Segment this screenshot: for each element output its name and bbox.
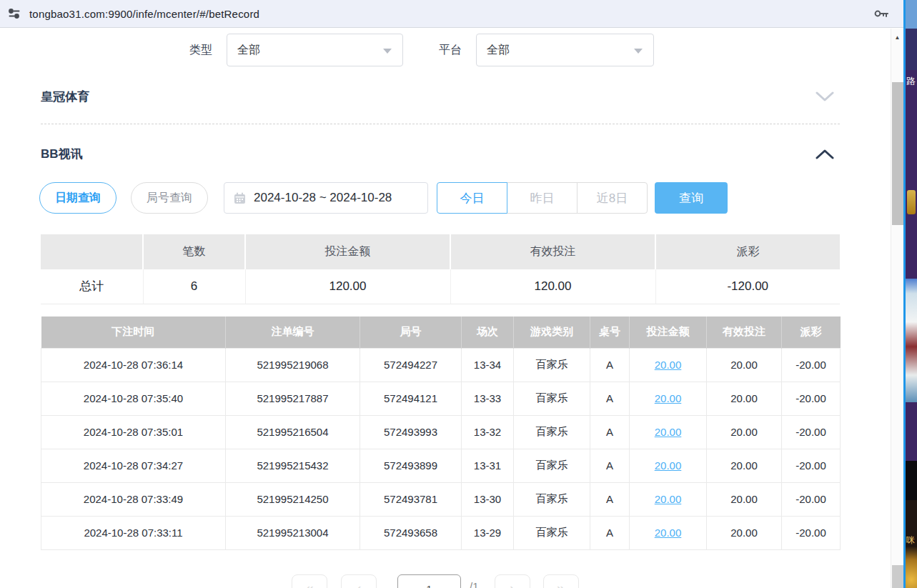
strip-decoration	[906, 547, 917, 588]
strip-image-sliver	[906, 279, 917, 402]
table-cell: -20.00	[782, 516, 841, 549]
summary-table: 笔数 投注金额 有效投注 派彩 总计 6 120.00 120.00 -120.…	[41, 234, 840, 304]
strip-block	[906, 0, 917, 29]
summary-count-value: 6	[143, 269, 245, 304]
summary-header-row: 笔数 投注金额 有效投注 派彩	[41, 234, 840, 269]
table-cell: 20.00	[707, 482, 782, 516]
chevron-down-icon	[383, 49, 392, 54]
date-query-tab[interactable]: 日期查询	[39, 182, 117, 214]
table-cell: 521995216504	[226, 415, 360, 449]
scroll-up-arrow-icon[interactable]: ▲	[891, 34, 903, 41]
chevron-down-icon[interactable]	[816, 91, 834, 102]
table-header-cell: 游戏类别	[514, 317, 590, 348]
summary-bet-amount-value: 120.00	[245, 269, 450, 304]
first-page-button[interactable]: «	[292, 574, 327, 588]
strip-glyph: 路	[906, 75, 916, 88]
last-page-button[interactable]: »	[543, 574, 579, 588]
table-cell: 521995219068	[226, 348, 360, 382]
pagination: « ‹ /1 › »	[292, 574, 579, 588]
table-row: 2024-10-28 07:35:40521995217887572494121…	[41, 382, 841, 415]
page-number-input[interactable]	[397, 574, 461, 588]
table-cell: 13-30	[462, 482, 514, 516]
summary-payout-value: -120.00	[655, 269, 840, 304]
summary-header-count: 笔数	[143, 234, 245, 269]
strip-block	[906, 461, 917, 500]
table-header-cell: 桌号	[590, 317, 630, 348]
bet-amount-cell: 20.00	[630, 482, 707, 516]
table-cell: 572494121	[360, 382, 462, 415]
search-button[interactable]: 查询	[655, 182, 728, 214]
today-button[interactable]: 今日	[437, 182, 507, 214]
table-header-cell: 注单编号	[226, 317, 360, 348]
query-bar: 日期查询 局号查询 2024-10-28 ~ 2024-10-28 今日 昨日 …	[39, 182, 728, 214]
table-cell: -20.00	[782, 348, 841, 382]
table-cell: -20.00	[782, 415, 841, 449]
bet-amount-link[interactable]: 20.00	[655, 527, 682, 539]
platform-select-value: 全部	[487, 43, 510, 58]
table-cell: 百家乐	[514, 415, 590, 449]
password-key-icon[interactable]	[873, 6, 891, 21]
table-cell: A	[590, 516, 630, 549]
table-row: 2024-10-28 07:35:01521995216504572493993…	[41, 415, 841, 449]
bet-amount-cell: 20.00	[630, 382, 707, 415]
table-cell: 13-29	[462, 516, 514, 549]
table-cell: 20.00	[707, 348, 782, 382]
table-cell: 13-33	[462, 382, 514, 415]
table-cell: 百家乐	[514, 449, 590, 482]
chevron-up-icon[interactable]	[816, 149, 834, 159]
filter-row: 类型 全部 平台 全部	[189, 34, 654, 66]
last-8-days-button[interactable]: 近8日	[577, 182, 648, 214]
type-select-value: 全部	[237, 43, 260, 58]
table-row: 2024-10-28 07:33:49521995214250572493781…	[41, 482, 841, 516]
chevron-down-icon	[634, 49, 643, 54]
table-cell: 20.00	[707, 449, 782, 482]
table-cell: 13-32	[462, 415, 514, 449]
table-cell: 521995213004	[226, 516, 360, 549]
bet-amount-link[interactable]: 20.00	[655, 359, 682, 371]
table-cell: 20.00	[707, 415, 782, 449]
url-text[interactable]: tongbao31.com:9900/infe/mcenter/#/betRec…	[29, 8, 259, 20]
table-cell: 13-31	[462, 449, 514, 482]
summary-header-payout: 派彩	[655, 234, 840, 269]
round-query-tab[interactable]: 局号查询	[131, 182, 208, 214]
strip-glyph: 咪	[906, 534, 915, 547]
table-header-cell: 有效投注	[707, 317, 782, 348]
table-cell: 572493658	[360, 516, 462, 549]
prev-page-button[interactable]: ‹	[341, 574, 377, 588]
bet-amount-link[interactable]: 20.00	[655, 392, 682, 404]
bet-amount-cell: 20.00	[630, 449, 707, 482]
summary-header-valid-bet: 有效投注	[450, 234, 655, 269]
vertical-scrollbar[interactable]: ▲	[891, 29, 903, 588]
bet-amount-link[interactable]: 20.00	[655, 459, 682, 472]
table-header-cell: 投注金额	[630, 317, 707, 348]
table-cell: A	[590, 348, 630, 382]
summary-total-row: 总计 6 120.00 120.00 -120.00	[41, 269, 840, 304]
section-bb-video[interactable]: BB视讯	[41, 146, 834, 162]
calendar-icon	[234, 192, 246, 204]
section-crown-sports[interactable]: 皇冠体育	[41, 89, 834, 105]
address-bar: tongbao31.com:9900/infe/mcenter/#/betRec…	[0, 0, 905, 28]
table-cell: -20.00	[782, 382, 841, 415]
summary-header-bet-amount: 投注金额	[245, 234, 450, 269]
table-cell: A	[590, 415, 630, 449]
site-controls-icon[interactable]	[7, 6, 21, 21]
scrollbar-thumb[interactable]	[892, 82, 903, 225]
summary-header-blank	[41, 234, 143, 269]
next-page-button[interactable]: ›	[495, 574, 530, 588]
bet-amount-link[interactable]: 20.00	[655, 426, 682, 438]
table-cell: 百家乐	[514, 348, 590, 382]
table-cell: 2024-10-28 07:35:01	[41, 415, 226, 449]
table-cell: 13-34	[462, 348, 514, 382]
bet-amount-cell: 20.00	[630, 348, 707, 382]
table-cell: 521995214250	[226, 482, 360, 516]
type-select[interactable]: 全部	[227, 34, 403, 66]
table-cell: A	[590, 382, 630, 415]
type-filter-label: 类型	[189, 43, 212, 58]
yesterday-button[interactable]: 昨日	[507, 182, 578, 214]
bet-amount-link[interactable]: 20.00	[655, 493, 682, 505]
table-header-cell: 下注时间	[41, 317, 226, 348]
platform-select[interactable]: 全部	[476, 34, 654, 66]
table-cell: 百家乐	[514, 382, 590, 415]
date-range-input[interactable]: 2024-10-28 ~ 2024-10-28	[224, 182, 428, 214]
table-cell: 百家乐	[514, 482, 590, 516]
